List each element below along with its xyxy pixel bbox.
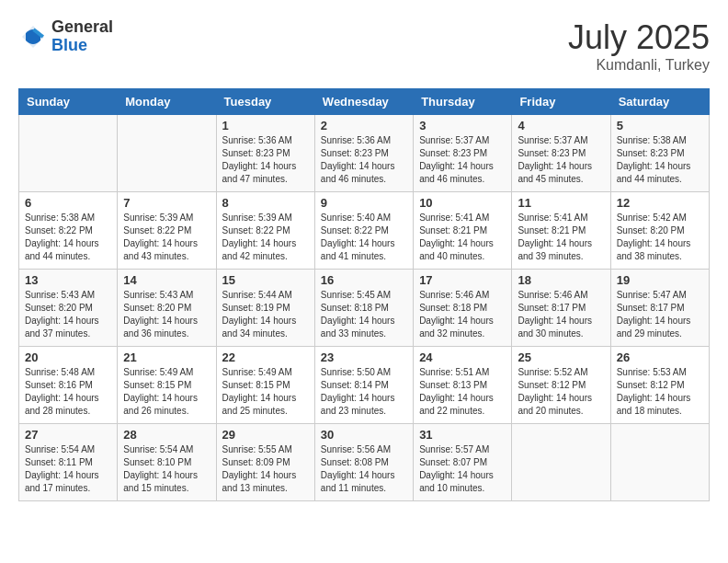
sunrise-text: Sunrise: 5:39 AM — [222, 213, 292, 223]
sunset-text: Sunset: 8:23 PM — [617, 148, 685, 158]
daylight-text: Daylight: 14 hours and 13 minutes. — [222, 470, 297, 493]
day-number: 27 — [25, 428, 111, 442]
day-cell: 29 Sunrise: 5:55 AM Sunset: 8:09 PM Dayl… — [222, 428, 309, 497]
sunset-text: Sunset: 8:11 PM — [25, 457, 93, 467]
calendar-cell: 10 Sunrise: 5:41 AM Sunset: 8:21 PM Dayl… — [414, 192, 512, 270]
daylight-text: Daylight: 14 hours and 20 minutes. — [518, 393, 592, 416]
location-subtitle: Kumdanli, Turkey — [568, 57, 710, 74]
day-info: Sunrise: 5:38 AM Sunset: 8:23 PM Dayligh… — [617, 134, 703, 186]
daylight-text: Daylight: 14 hours and 47 minutes. — [222, 161, 297, 184]
day-number: 6 — [25, 196, 111, 210]
sunset-text: Sunset: 8:18 PM — [419, 303, 487, 313]
day-number: 4 — [518, 119, 604, 132]
sunset-text: Sunset: 8:08 PM — [321, 457, 389, 467]
daylight-text: Daylight: 14 hours and 34 minutes. — [222, 316, 297, 339]
daylight-text: Daylight: 14 hours and 25 minutes. — [222, 393, 297, 416]
daylight-text: Daylight: 14 hours and 28 minutes. — [25, 393, 99, 416]
calendar-cell: 4 Sunrise: 5:37 AM Sunset: 8:23 PM Dayli… — [512, 115, 610, 192]
calendar-cell: 20 Sunrise: 5:48 AM Sunset: 8:16 PM Dayl… — [19, 347, 118, 424]
sunset-text: Sunset: 8:20 PM — [617, 225, 685, 236]
day-cell: 19 Sunrise: 5:47 AM Sunset: 8:17 PM Dayl… — [617, 273, 703, 342]
calendar-cell: 16 Sunrise: 5:45 AM Sunset: 8:18 PM Dayl… — [314, 270, 413, 347]
sunset-text: Sunset: 8:17 PM — [617, 303, 685, 313]
calendar-cell: 13 Sunrise: 5:43 AM Sunset: 8:20 PM Dayl… — [19, 270, 118, 347]
daylight-text: Daylight: 14 hours and 22 minutes. — [419, 393, 494, 416]
sunset-text: Sunset: 8:22 PM — [222, 225, 290, 236]
day-info: Sunrise: 5:50 AM Sunset: 8:14 PM Dayligh… — [321, 366, 407, 418]
calendar-cell: 25 Sunrise: 5:52 AM Sunset: 8:12 PM Dayl… — [512, 347, 610, 424]
logo: General Blue — [18, 18, 113, 55]
daylight-text: Daylight: 14 hours and 39 minutes. — [518, 238, 592, 261]
day-cell: 27 Sunrise: 5:54 AM Sunset: 8:11 PM Dayl… — [25, 428, 111, 497]
day-info: Sunrise: 5:55 AM Sunset: 8:09 PM Dayligh… — [222, 443, 309, 495]
day-number: 1 — [222, 119, 309, 132]
calendar-week-3: 13 Sunrise: 5:43 AM Sunset: 8:20 PM Dayl… — [19, 270, 710, 347]
daylight-text: Daylight: 14 hours and 23 minutes. — [321, 393, 395, 416]
calendar-cell: 24 Sunrise: 5:51 AM Sunset: 8:13 PM Dayl… — [414, 347, 512, 424]
day-info: Sunrise: 5:37 AM Sunset: 8:23 PM Dayligh… — [518, 134, 604, 186]
sunrise-text: Sunrise: 5:54 AM — [123, 444, 193, 454]
calendar-week-5: 27 Sunrise: 5:54 AM Sunset: 8:11 PM Dayl… — [19, 424, 710, 501]
daylight-text: Daylight: 14 hours and 43 minutes. — [123, 238, 198, 261]
day-info: Sunrise: 5:57 AM Sunset: 8:07 PM Dayligh… — [419, 443, 506, 495]
day-cell: 5 Sunrise: 5:38 AM Sunset: 8:23 PM Dayli… — [617, 119, 703, 188]
header-thursday: Thursday — [414, 89, 512, 115]
calendar-cell: 23 Sunrise: 5:50 AM Sunset: 8:14 PM Dayl… — [314, 347, 413, 424]
day-cell: 15 Sunrise: 5:44 AM Sunset: 8:19 PM Dayl… — [222, 273, 309, 342]
daylight-text: Daylight: 14 hours and 30 minutes. — [518, 316, 592, 339]
day-info: Sunrise: 5:41 AM Sunset: 8:21 PM Dayligh… — [419, 212, 506, 263]
day-info: Sunrise: 5:46 AM Sunset: 8:17 PM Dayligh… — [518, 289, 604, 340]
calendar-cell: 19 Sunrise: 5:47 AM Sunset: 8:17 PM Dayl… — [610, 270, 709, 347]
day-cell: 21 Sunrise: 5:49 AM Sunset: 8:15 PM Dayl… — [123, 350, 210, 419]
day-cell: 2 Sunrise: 5:36 AM Sunset: 8:23 PM Dayli… — [321, 119, 407, 188]
day-info: Sunrise: 5:46 AM Sunset: 8:18 PM Dayligh… — [419, 289, 506, 340]
day-cell: 28 Sunrise: 5:54 AM Sunset: 8:10 PM Dayl… — [123, 428, 210, 497]
daylight-text: Daylight: 14 hours and 11 minutes. — [321, 470, 395, 493]
title-section: July 2025 Kumdanli, Turkey — [568, 18, 710, 74]
calendar-cell — [118, 115, 216, 192]
calendar-week-2: 6 Sunrise: 5:38 AM Sunset: 8:22 PM Dayli… — [19, 192, 710, 270]
sunset-text: Sunset: 8:18 PM — [321, 303, 389, 313]
sunrise-text: Sunrise: 5:42 AM — [617, 213, 687, 223]
calendar-cell: 22 Sunrise: 5:49 AM Sunset: 8:15 PM Dayl… — [216, 347, 314, 424]
day-cell: 8 Sunrise: 5:39 AM Sunset: 8:22 PM Dayli… — [222, 196, 309, 265]
daylight-text: Daylight: 14 hours and 44 minutes. — [25, 238, 99, 261]
sunrise-text: Sunrise: 5:37 AM — [419, 135, 489, 145]
day-cell: 26 Sunrise: 5:53 AM Sunset: 8:12 PM Dayl… — [617, 350, 703, 419]
sunset-text: Sunset: 8:15 PM — [222, 380, 290, 390]
sunrise-text: Sunrise: 5:37 AM — [518, 135, 587, 145]
day-info: Sunrise: 5:40 AM Sunset: 8:22 PM Dayligh… — [321, 212, 407, 263]
logo-text: General Blue — [51, 18, 113, 55]
day-cell: 23 Sunrise: 5:50 AM Sunset: 8:14 PM Dayl… — [321, 350, 407, 419]
day-cell: 16 Sunrise: 5:45 AM Sunset: 8:18 PM Dayl… — [321, 273, 407, 342]
daylight-text: Daylight: 14 hours and 33 minutes. — [321, 316, 395, 339]
calendar-cell: 27 Sunrise: 5:54 AM Sunset: 8:11 PM Dayl… — [19, 424, 118, 501]
day-number: 24 — [419, 350, 506, 364]
day-number: 17 — [419, 273, 506, 287]
sunrise-text: Sunrise: 5:39 AM — [123, 213, 193, 223]
sunrise-text: Sunrise: 5:50 AM — [321, 367, 391, 377]
sunset-text: Sunset: 8:17 PM — [518, 303, 586, 313]
daylight-text: Daylight: 14 hours and 42 minutes. — [222, 238, 297, 261]
sunrise-text: Sunrise: 5:40 AM — [321, 213, 391, 223]
logo-blue-text: Blue — [51, 37, 113, 55]
day-number: 22 — [222, 350, 309, 364]
day-info: Sunrise: 5:39 AM Sunset: 8:22 PM Dayligh… — [123, 212, 210, 263]
sunset-text: Sunset: 8:15 PM — [123, 380, 191, 390]
day-info: Sunrise: 5:43 AM Sunset: 8:20 PM Dayligh… — [25, 289, 111, 340]
header-saturday: Saturday — [610, 89, 709, 115]
daylight-text: Daylight: 14 hours and 10 minutes. — [419, 470, 494, 493]
day-info: Sunrise: 5:51 AM Sunset: 8:13 PM Dayligh… — [419, 366, 506, 418]
day-number: 2 — [321, 119, 407, 132]
sunrise-text: Sunrise: 5:44 AM — [222, 290, 292, 300]
calendar-cell: 17 Sunrise: 5:46 AM Sunset: 8:18 PM Dayl… — [414, 270, 512, 347]
calendar-cell: 30 Sunrise: 5:56 AM Sunset: 8:08 PM Dayl… — [314, 424, 413, 501]
day-info: Sunrise: 5:48 AM Sunset: 8:16 PM Dayligh… — [25, 366, 111, 418]
day-cell: 10 Sunrise: 5:41 AM Sunset: 8:21 PM Dayl… — [419, 196, 506, 265]
day-cell: 30 Sunrise: 5:56 AM Sunset: 8:08 PM Dayl… — [321, 428, 407, 497]
sunset-text: Sunset: 8:22 PM — [25, 225, 93, 236]
calendar-cell: 6 Sunrise: 5:38 AM Sunset: 8:22 PM Dayli… — [19, 192, 118, 270]
calendar-cell: 8 Sunrise: 5:39 AM Sunset: 8:22 PM Dayli… — [216, 192, 314, 270]
sunset-text: Sunset: 8:21 PM — [419, 225, 487, 236]
sunset-text: Sunset: 8:19 PM — [222, 303, 290, 313]
